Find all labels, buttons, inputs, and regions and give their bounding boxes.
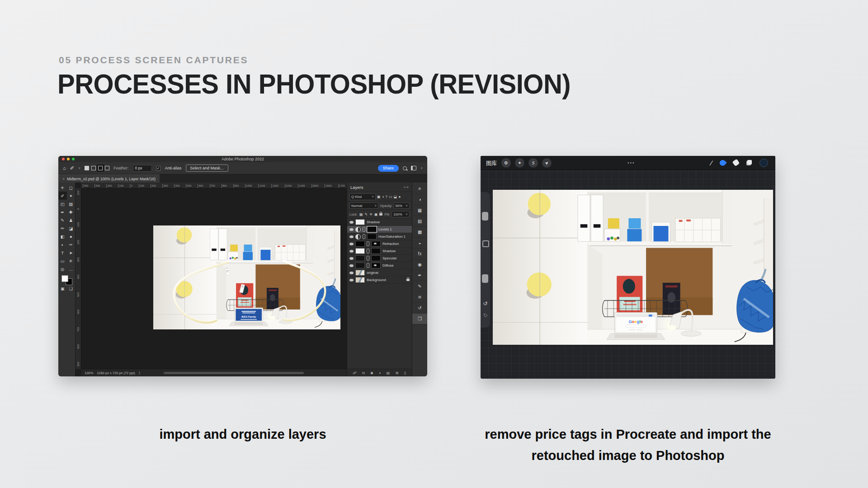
history-brush-tool-icon[interactable]: ✏ [58,224,67,232]
layer-row[interactable]: original [347,269,412,277]
layer-mask-thumbnail[interactable] [371,241,381,247]
dodge-tool-icon[interactable]: ◐ [58,240,67,249]
lock-all-icon[interactable] [379,213,382,216]
eraser-tool-icon[interactable]: ◪ [67,224,75,232]
lock-option-icon[interactable]: ✛ [369,212,373,216]
layer-visibility-icon[interactable] [349,279,354,282]
layers-panel-icon[interactable]: ❐ [412,314,427,324]
lock-option-icon[interactable]: ✎ [365,212,368,216]
slice-tool-icon[interactable]: ▨ [67,200,75,208]
layer-row[interactable]: Levels 1 [347,226,412,233]
document-tab[interactable]: × Midterm_v2.psd @ 100% (Levels 1, Layer… [58,174,160,183]
photoshop-canvas-area[interactable]: 4003002001000100200300400500600700800900… [75,183,347,376]
adjustment-layer-icon[interactable]: ◑ [378,371,381,375]
zoom-level[interactable]: 100% [85,371,93,375]
tool-preset-caret-icon[interactable]: ∨ [78,166,80,170]
libraries-panel-icon[interactable]: ◉ [412,259,427,270]
layer-filter-icon[interactable]: ◑ [382,195,384,199]
redo-button[interactable]: ↻ [481,312,490,319]
layer-visibility-icon[interactable] [349,257,354,260]
layer-thumbnail[interactable] [355,255,365,261]
marquee-tool-icon[interactable]: ◻ [67,183,75,192]
layer-row[interactable]: Shadow [347,248,412,255]
close-tab-icon[interactable]: × [62,177,65,181]
adjustments-wand-icon[interactable]: ✦ [515,158,524,168]
selection-icon[interactable]: S [528,158,538,168]
workspace-caret-icon[interactable]: ∨ [420,166,423,170]
healing-tool-icon[interactable]: ✚ [67,208,75,216]
antialias-checkbox[interactable]: ✓ [156,166,161,171]
layer-row[interactable]: Diffuse [347,262,412,269]
intersect-selection-icon[interactable] [105,166,109,170]
layer-filter-icon[interactable]: ⬓ [394,195,397,199]
select-and-mask-button[interactable]: Select and Mask... [186,164,228,172]
layer-filter-icon[interactable]: ▣ [377,195,381,199]
workspace-icon[interactable] [411,166,416,170]
transform-arrow-icon[interactable]: ➤ [542,158,552,168]
brush-tool-icon[interactable]: ∕ [711,160,712,166]
layer-visibility-icon[interactable] [349,235,354,238]
layer-visibility-icon[interactable] [349,264,354,267]
current-tool-lasso-icon[interactable]: ✐ [70,166,74,171]
brush-settings-panel-icon[interactable]: ≋ [412,292,427,303]
layer-row[interactable]: Refraction [347,240,412,248]
layer-visibility-icon[interactable] [349,243,354,245]
gradient-tool-icon[interactable]: ◧ [58,232,67,240]
brush-tool-icon[interactable]: ✎ [58,216,67,224]
share-button[interactable]: Share [378,165,399,172]
screen-mode-icon-1[interactable]: ❏ [69,286,73,291]
layer-visibility-icon[interactable] [349,250,354,253]
layer-thumbnail[interactable] [355,270,365,276]
spray-tool-icon[interactable]: ✳ [67,257,75,265]
actions-wrench-icon[interactable]: ⚙ [501,158,511,168]
modify-button[interactable] [482,240,489,247]
layer-mask-thumbnail[interactable] [371,263,381,268]
zoom-tool-icon[interactable]: ◎ [58,265,67,273]
color-panel-icon[interactable]: ◑ [412,194,427,205]
layer-mask-thumbnail[interactable] [367,226,377,232]
color-picker-icon[interactable] [760,159,768,167]
canvas-options-dots-icon[interactable]: ••• [556,160,706,165]
search-icon[interactable] [403,166,407,170]
layer-mask-thumbnail[interactable] [371,248,381,254]
styles-panel-icon[interactable]: fx [412,249,427,259]
move-tool-icon[interactable]: ✛ [58,183,67,192]
layer-thumbnail[interactable] [355,219,365,225]
properties-panel-icon[interactable]: ≡ [412,183,427,194]
eraser-tool-icon[interactable] [732,159,740,167]
foreground-color-swatch[interactable] [61,275,68,282]
brushes-panel-icon[interactable]: ✎ [412,281,427,292]
gradients-panel-icon[interactable]: ▧ [412,216,427,227]
layer-thumbnail[interactable] [355,241,365,247]
brush-opacity-slider[interactable] [482,274,488,283]
horizontal-scrollbar[interactable] [164,372,304,374]
subtract-selection-icon[interactable] [98,166,103,170]
add-selection-icon[interactable] [91,166,96,170]
brush-size-slider[interactable] [482,212,488,221]
swatches-panel-icon[interactable]: ▦ [412,205,427,216]
lock-option-icon[interactable]: ▣ [374,212,378,216]
layer-mask-icon[interactable]: ◙ [371,371,373,375]
layer-mask-thumbnail[interactable] [371,255,381,261]
more-tools-icon[interactable]: … [67,265,75,273]
status-caret-icon[interactable]: 〉 [139,371,142,375]
lock-option-icon[interactable]: ▦ [359,212,363,216]
crop-tool-icon[interactable]: ◰ [58,200,67,208]
layers-panel-menu-icon[interactable]: » ≡ [404,185,409,189]
layer-row[interactable]: Shadow [347,219,412,226]
gallery-button[interactable]: 图库 [486,159,497,167]
layer-thumbnail[interactable] [355,263,365,268]
pen-tool-icon[interactable]: ✑ [67,240,75,249]
history-panel-icon[interactable]: ↺ [412,303,427,314]
path-select-tool-icon[interactable]: ➤ [67,249,75,257]
blur-tool-icon[interactable]: ● [67,232,75,240]
procreate-canvas-photo[interactable]: Google [493,190,773,345]
shape-tool-icon[interactable]: ▭ [58,257,67,265]
new-layer-icon[interactable]: ⊞ [396,371,399,375]
layers-panel-icon[interactable] [746,160,752,165]
layer-visibility-icon[interactable] [349,221,354,224]
layer-style-icon[interactable]: fx [362,371,365,375]
photoshop-canvas-photo[interactable]: IKEA Family [153,225,340,329]
lasso-tool-icon[interactable]: ✐ [58,192,67,200]
undo-button[interactable]: ↺ [481,300,490,307]
